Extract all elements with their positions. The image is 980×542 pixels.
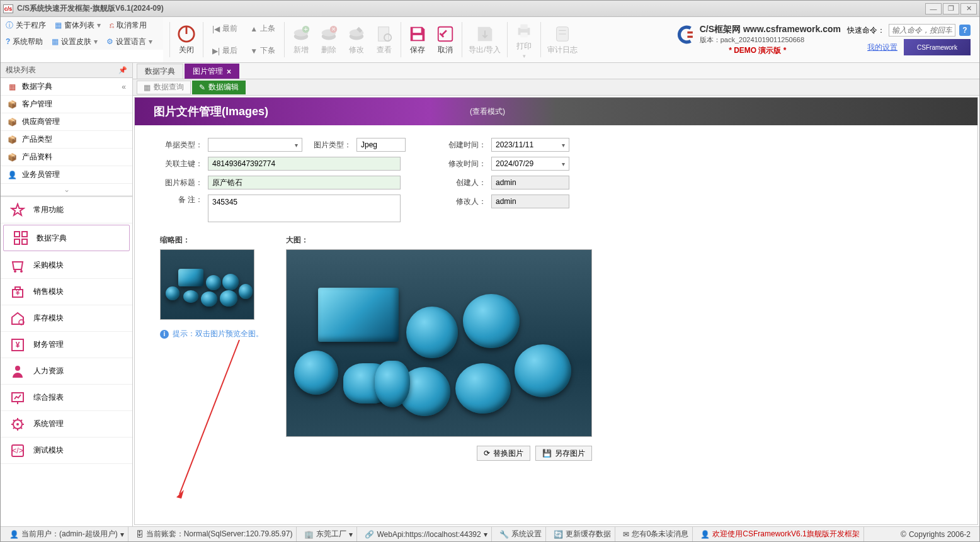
- brand-title: C/S框架网 www.csframework.com: [700, 24, 841, 35]
- help-icon[interactable]: ?: [959, 25, 971, 36]
- tb-close[interactable]: 关闭: [173, 22, 200, 58]
- tb-save[interactable]: 保存: [404, 22, 431, 58]
- wrench-icon: 🔧: [499, 530, 509, 539]
- quick-label: 快速命令：: [847, 25, 885, 36]
- subtab-data-query[interactable]: ▦数据查询: [137, 81, 191, 94]
- sidebar-common[interactable]: 常用功能: [1, 197, 132, 223]
- sidebar-tree-customer[interactable]: 📦客户管理: [1, 96, 132, 113]
- subtab-data-edit[interactable]: ✎数据编辑: [192, 81, 246, 94]
- modifier-field: [491, 195, 569, 208]
- tb-prev: ▲上条: [248, 22, 278, 35]
- sidebar-sales[interactable]: ¥销售模块: [1, 279, 132, 305]
- svg-rect-15: [413, 35, 423, 40]
- remark-field[interactable]: [208, 195, 401, 222]
- sidebar-system[interactable]: 系统管理: [1, 411, 132, 438]
- tb-first: |◀最前: [210, 22, 240, 35]
- titlebar: c/s C/S系统快速开发框架-旗舰版V6.1(2024-09) — ❐ ✕: [1, 1, 979, 17]
- factory-icon: 🏢: [304, 530, 314, 539]
- quick-command-input[interactable]: [889, 24, 955, 37]
- tb-add: +新增: [287, 22, 315, 58]
- svg-point-35: [15, 366, 20, 371]
- big-image[interactable]: [286, 249, 592, 437]
- img-title-field[interactable]: [208, 176, 401, 189]
- thumb-label: 缩略图：: [160, 235, 267, 246]
- statusbar: 👤当前用户：(admin-超级用户)▾ 🗄当前账套：Normal(SqlServ…: [1, 526, 979, 541]
- sidebar-test[interactable]: </>测试模块: [1, 438, 132, 464]
- sidebar-report[interactable]: 综合报表: [1, 385, 132, 411]
- svg-rect-19: [521, 32, 528, 37]
- svg-point-39: [16, 423, 19, 426]
- status-copyright: Copyrights 2006-2: [909, 530, 971, 539]
- status-unread[interactable]: ✉您有0条未读消息: [619, 527, 693, 541]
- sidebar-hr[interactable]: 人力资源: [1, 358, 132, 385]
- tb-modify: 修改: [343, 22, 370, 58]
- svg-point-29: [14, 270, 16, 273]
- tab-close-icon[interactable]: ×: [227, 67, 231, 76]
- sidebar-tree-supplier[interactable]: 📦供应商管理: [1, 113, 132, 131]
- person-icon: 👤: [700, 530, 710, 539]
- refresh-icon: 🔄: [554, 530, 563, 539]
- save-as-image-button[interactable]: 💾另存图片: [535, 446, 592, 461]
- status-refresh-cache[interactable]: 🔄更新缓存数据: [550, 527, 615, 541]
- menu-set-skin[interactable]: ▦设置皮肤▾: [52, 37, 98, 47]
- close-window-button[interactable]: ✕: [960, 3, 977, 14]
- tb-cancel[interactable]: 取消: [431, 22, 459, 58]
- tab-data-dict[interactable]: 数据字典: [137, 64, 183, 79]
- svg-text:¥: ¥: [15, 288, 20, 297]
- status-welcome: 欢迎使用CSFrameworkV6.1旗舰版开发框架: [712, 529, 859, 539]
- sidebar-finance[interactable]: ¥财务管理: [1, 332, 132, 358]
- svg-rect-18: [521, 24, 528, 29]
- modify-time-select[interactable]: 2024/07/29▾: [491, 157, 569, 171]
- sidebar-tree-staff[interactable]: 👤业务员管理: [1, 166, 132, 184]
- my-settings-link[interactable]: 我的设置: [867, 42, 897, 53]
- svg-point-30: [20, 270, 23, 273]
- content-title: 图片文件管理(Images): [154, 104, 268, 119]
- svg-rect-24: [687, 35, 693, 37]
- status-sys-settings[interactable]: 🔧系统设置: [496, 527, 546, 541]
- user-icon: 👤: [9, 530, 19, 539]
- save-icon: 💾: [542, 449, 552, 458]
- content-mode: (查看模式): [470, 106, 505, 117]
- info-icon: i: [160, 330, 169, 339]
- maximize-button[interactable]: ❐: [943, 3, 959, 14]
- status-webapi[interactable]: 🔗WebApi:https://localhost:44392▾: [361, 527, 491, 541]
- big-image-label: 大图：: [286, 235, 592, 246]
- status-factory[interactable]: 🏢东莞工厂▾: [300, 527, 357, 541]
- svg-text:¥: ¥: [16, 341, 20, 349]
- sidebar-tree-product-data[interactable]: 📦产品资料: [1, 149, 132, 166]
- mail-icon: ✉: [623, 530, 629, 539]
- rel-key-field[interactable]: [208, 157, 401, 171]
- status-user: 当前用户：(admin-超级用户): [21, 529, 118, 539]
- brand-logo-icon: [675, 24, 696, 45]
- menu-sys-help[interactable]: ?系统帮助: [6, 37, 43, 47]
- svg-marker-43: [176, 490, 184, 499]
- sidebar-inventory[interactable]: 库存模块: [1, 305, 132, 332]
- thumbnail-image[interactable]: [160, 249, 254, 320]
- sidebar-scroll-down[interactable]: ⌄: [1, 184, 132, 196]
- menu-about[interactable]: ⓘ关于程序: [6, 20, 46, 31]
- link-icon: 🔗: [365, 530, 374, 539]
- menu-set-lang[interactable]: ⚙设置语言▾: [106, 37, 152, 47]
- menu-cancel-common[interactable]: ⎌取消常用: [110, 20, 147, 31]
- tb-last: ▶|最后: [210, 44, 240, 57]
- sidebar-purchase[interactable]: 采购模块: [1, 252, 132, 279]
- tab-image-mgmt[interactable]: 图片管理×: [185, 64, 239, 79]
- create-time-select[interactable]: 2023/11/11▾: [491, 138, 569, 152]
- img-type-field[interactable]: [356, 138, 406, 152]
- brand-version: 版本：pack_20241019011250668: [700, 35, 841, 45]
- minimize-button[interactable]: —: [925, 3, 942, 14]
- tb-audit-log: 审计日志: [544, 22, 581, 58]
- status-account: 当前账套：Normal(SqlServer:120.79.85.97): [146, 529, 293, 539]
- window-title: C/S系统快速开发框架-旗舰版V6.1(2024-09): [17, 3, 925, 14]
- svg-rect-27: [14, 239, 20, 244]
- replace-image-button[interactable]: ⟳替换图片: [477, 446, 530, 461]
- csframework-badge[interactable]: CSFramework: [904, 39, 971, 55]
- svg-rect-26: [22, 232, 27, 237]
- sidebar-data-dict[interactable]: 数据字典: [3, 225, 130, 251]
- sidebar-tree-data-dict[interactable]: ▦数据字典 «: [1, 78, 132, 96]
- menu-window-list[interactable]: ▦窗体列表▾: [55, 20, 101, 31]
- bill-type-select[interactable]: ▾: [208, 138, 302, 152]
- pin-icon[interactable]: 📌: [118, 66, 127, 74]
- sidebar-tree-product-type[interactable]: 📦产品类型: [1, 131, 132, 149]
- svg-text:+: +: [304, 25, 308, 33]
